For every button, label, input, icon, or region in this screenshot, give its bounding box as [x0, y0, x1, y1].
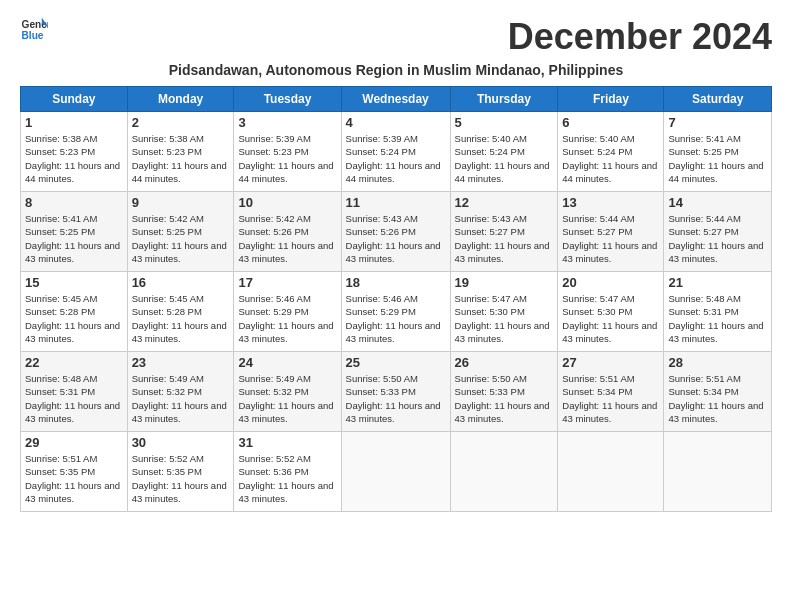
calendar-cell: [558, 432, 664, 512]
day-info: Sunrise: 5:46 AMSunset: 5:29 PMDaylight:…: [238, 292, 336, 345]
day-number: 22: [25, 355, 123, 370]
day-number: 21: [668, 275, 767, 290]
day-number: 1: [25, 115, 123, 130]
calendar-cell: 10Sunrise: 5:42 AMSunset: 5:26 PMDayligh…: [234, 192, 341, 272]
calendar-cell: 26Sunrise: 5:50 AMSunset: 5:33 PMDayligh…: [450, 352, 558, 432]
calendar-cell: 4Sunrise: 5:39 AMSunset: 5:24 PMDaylight…: [341, 112, 450, 192]
day-number: 16: [132, 275, 230, 290]
header-wednesday: Wednesday: [341, 87, 450, 112]
calendar-cell: 15Sunrise: 5:45 AMSunset: 5:28 PMDayligh…: [21, 272, 128, 352]
week-row-4: 22Sunrise: 5:48 AMSunset: 5:31 PMDayligh…: [21, 352, 772, 432]
header: General Blue December 2024: [20, 16, 772, 58]
day-info: Sunrise: 5:49 AMSunset: 5:32 PMDaylight:…: [238, 372, 336, 425]
day-info: Sunrise: 5:51 AMSunset: 5:34 PMDaylight:…: [668, 372, 767, 425]
day-number: 19: [455, 275, 554, 290]
calendar-cell: 24Sunrise: 5:49 AMSunset: 5:32 PMDayligh…: [234, 352, 341, 432]
day-number: 23: [132, 355, 230, 370]
calendar-cell: 9Sunrise: 5:42 AMSunset: 5:25 PMDaylight…: [127, 192, 234, 272]
calendar-cell: 14Sunrise: 5:44 AMSunset: 5:27 PMDayligh…: [664, 192, 772, 272]
header-monday: Monday: [127, 87, 234, 112]
day-number: 20: [562, 275, 659, 290]
day-info: Sunrise: 5:42 AMSunset: 5:26 PMDaylight:…: [238, 212, 336, 265]
day-info: Sunrise: 5:48 AMSunset: 5:31 PMDaylight:…: [668, 292, 767, 345]
calendar-cell: 3Sunrise: 5:39 AMSunset: 5:23 PMDaylight…: [234, 112, 341, 192]
day-info: Sunrise: 5:43 AMSunset: 5:27 PMDaylight:…: [455, 212, 554, 265]
day-info: Sunrise: 5:40 AMSunset: 5:24 PMDaylight:…: [562, 132, 659, 185]
week-row-5: 29Sunrise: 5:51 AMSunset: 5:35 PMDayligh…: [21, 432, 772, 512]
day-info: Sunrise: 5:41 AMSunset: 5:25 PMDaylight:…: [25, 212, 123, 265]
calendar-header: SundayMondayTuesdayWednesdayThursdayFrid…: [21, 87, 772, 112]
day-info: Sunrise: 5:47 AMSunset: 5:30 PMDaylight:…: [562, 292, 659, 345]
day-info: Sunrise: 5:38 AMSunset: 5:23 PMDaylight:…: [132, 132, 230, 185]
calendar-cell: 19Sunrise: 5:47 AMSunset: 5:30 PMDayligh…: [450, 272, 558, 352]
calendar-cell: 23Sunrise: 5:49 AMSunset: 5:32 PMDayligh…: [127, 352, 234, 432]
calendar-cell: 13Sunrise: 5:44 AMSunset: 5:27 PMDayligh…: [558, 192, 664, 272]
week-row-2: 8Sunrise: 5:41 AMSunset: 5:25 PMDaylight…: [21, 192, 772, 272]
month-title: December 2024: [508, 16, 772, 58]
week-row-1: 1Sunrise: 5:38 AMSunset: 5:23 PMDaylight…: [21, 112, 772, 192]
day-number: 27: [562, 355, 659, 370]
calendar-cell: [341, 432, 450, 512]
calendar-cell: 17Sunrise: 5:46 AMSunset: 5:29 PMDayligh…: [234, 272, 341, 352]
calendar-cell: 31Sunrise: 5:52 AMSunset: 5:36 PMDayligh…: [234, 432, 341, 512]
header-saturday: Saturday: [664, 87, 772, 112]
week-row-3: 15Sunrise: 5:45 AMSunset: 5:28 PMDayligh…: [21, 272, 772, 352]
day-number: 14: [668, 195, 767, 210]
day-number: 13: [562, 195, 659, 210]
day-info: Sunrise: 5:42 AMSunset: 5:25 PMDaylight:…: [132, 212, 230, 265]
day-number: 8: [25, 195, 123, 210]
day-info: Sunrise: 5:39 AMSunset: 5:24 PMDaylight:…: [346, 132, 446, 185]
calendar-cell: 30Sunrise: 5:52 AMSunset: 5:35 PMDayligh…: [127, 432, 234, 512]
day-info: Sunrise: 5:51 AMSunset: 5:35 PMDaylight:…: [25, 452, 123, 505]
day-number: 10: [238, 195, 336, 210]
day-info: Sunrise: 5:52 AMSunset: 5:35 PMDaylight:…: [132, 452, 230, 505]
calendar-cell: 25Sunrise: 5:50 AMSunset: 5:33 PMDayligh…: [341, 352, 450, 432]
day-number: 24: [238, 355, 336, 370]
calendar-table: SundayMondayTuesdayWednesdayThursdayFrid…: [20, 86, 772, 512]
day-info: Sunrise: 5:44 AMSunset: 5:27 PMDaylight:…: [668, 212, 767, 265]
calendar-cell: 28Sunrise: 5:51 AMSunset: 5:34 PMDayligh…: [664, 352, 772, 432]
day-number: 4: [346, 115, 446, 130]
day-info: Sunrise: 5:48 AMSunset: 5:31 PMDaylight:…: [25, 372, 123, 425]
calendar-cell: 2Sunrise: 5:38 AMSunset: 5:23 PMDaylight…: [127, 112, 234, 192]
day-number: 18: [346, 275, 446, 290]
day-number: 5: [455, 115, 554, 130]
header-tuesday: Tuesday: [234, 87, 341, 112]
day-number: 6: [562, 115, 659, 130]
day-info: Sunrise: 5:51 AMSunset: 5:34 PMDaylight:…: [562, 372, 659, 425]
calendar-cell: [450, 432, 558, 512]
day-number: 7: [668, 115, 767, 130]
calendar-cell: 7Sunrise: 5:41 AMSunset: 5:25 PMDaylight…: [664, 112, 772, 192]
calendar-cell: 5Sunrise: 5:40 AMSunset: 5:24 PMDaylight…: [450, 112, 558, 192]
calendar-cell: 6Sunrise: 5:40 AMSunset: 5:24 PMDaylight…: [558, 112, 664, 192]
calendar-cell: 29Sunrise: 5:51 AMSunset: 5:35 PMDayligh…: [21, 432, 128, 512]
day-info: Sunrise: 5:50 AMSunset: 5:33 PMDaylight:…: [455, 372, 554, 425]
day-number: 2: [132, 115, 230, 130]
calendar-cell: 16Sunrise: 5:45 AMSunset: 5:28 PMDayligh…: [127, 272, 234, 352]
calendar-cell: 20Sunrise: 5:47 AMSunset: 5:30 PMDayligh…: [558, 272, 664, 352]
day-number: 26: [455, 355, 554, 370]
header-sunday: Sunday: [21, 87, 128, 112]
calendar-cell: 22Sunrise: 5:48 AMSunset: 5:31 PMDayligh…: [21, 352, 128, 432]
calendar-cell: 21Sunrise: 5:48 AMSunset: 5:31 PMDayligh…: [664, 272, 772, 352]
header-friday: Friday: [558, 87, 664, 112]
day-info: Sunrise: 5:47 AMSunset: 5:30 PMDaylight:…: [455, 292, 554, 345]
day-number: 15: [25, 275, 123, 290]
day-number: 29: [25, 435, 123, 450]
logo-icon: General Blue: [20, 16, 48, 44]
calendar-cell: 11Sunrise: 5:43 AMSunset: 5:26 PMDayligh…: [341, 192, 450, 272]
calendar-cell: 1Sunrise: 5:38 AMSunset: 5:23 PMDaylight…: [21, 112, 128, 192]
logo: General Blue: [20, 16, 48, 44]
calendar-cell: 27Sunrise: 5:51 AMSunset: 5:34 PMDayligh…: [558, 352, 664, 432]
calendar-cell: 18Sunrise: 5:46 AMSunset: 5:29 PMDayligh…: [341, 272, 450, 352]
day-number: 9: [132, 195, 230, 210]
day-info: Sunrise: 5:46 AMSunset: 5:29 PMDaylight:…: [346, 292, 446, 345]
location-title: Pidsandawan, Autonomous Region in Muslim…: [20, 62, 772, 78]
header-thursday: Thursday: [450, 87, 558, 112]
day-number: 3: [238, 115, 336, 130]
day-info: Sunrise: 5:43 AMSunset: 5:26 PMDaylight:…: [346, 212, 446, 265]
day-number: 17: [238, 275, 336, 290]
day-info: Sunrise: 5:50 AMSunset: 5:33 PMDaylight:…: [346, 372, 446, 425]
day-number: 12: [455, 195, 554, 210]
day-info: Sunrise: 5:45 AMSunset: 5:28 PMDaylight:…: [132, 292, 230, 345]
